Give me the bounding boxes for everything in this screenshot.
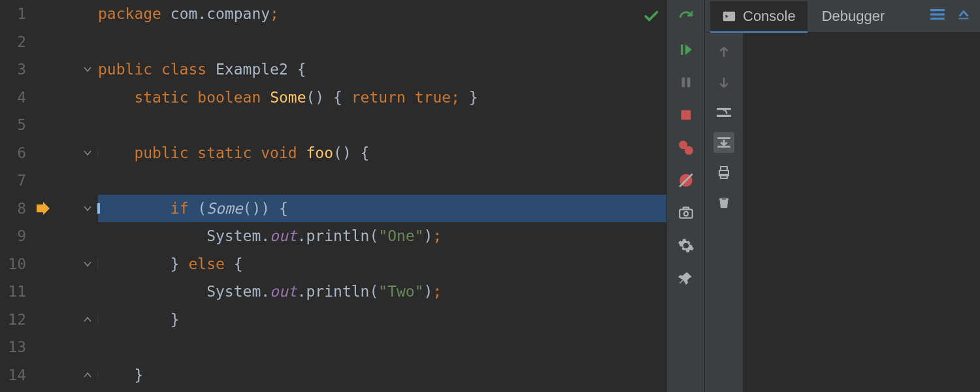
restart-frame-button[interactable] <box>713 102 734 123</box>
expand-button[interactable] <box>953 3 975 29</box>
line-number[interactable]: 11 <box>0 283 29 300</box>
fold-toggle-icon[interactable] <box>57 148 98 158</box>
code-text[interactable]: System.out.println("Two"); <box>98 278 666 306</box>
line-number[interactable]: 3 <box>0 61 29 78</box>
view-breakpoints-button[interactable] <box>676 137 696 158</box>
code-text[interactable] <box>98 167 666 195</box>
tab-debugger[interactable]: Debugger <box>810 1 897 31</box>
svg-rect-8 <box>679 210 693 218</box>
stop-button[interactable] <box>676 105 696 125</box>
code-text[interactable]: } <box>98 361 666 389</box>
fold-toggle-icon[interactable] <box>57 259 98 269</box>
code-text[interactable]: } else { <box>98 250 666 278</box>
line-number[interactable]: 1 <box>0 5 29 22</box>
console-output-area[interactable] <box>743 33 980 392</box>
line-number[interactable]: 8 <box>0 200 29 217</box>
svg-rect-0 <box>681 44 683 55</box>
pin-button[interactable] <box>676 268 696 289</box>
code-line-3[interactable]: 3public class Example2 { <box>0 56 666 84</box>
line-number[interactable]: 4 <box>0 89 29 106</box>
debug-side-toolbar <box>705 33 743 392</box>
code-line-1[interactable]: 1package com.company; <box>0 0 666 28</box>
line-number[interactable]: 13 <box>0 338 29 355</box>
code-text[interactable] <box>98 28 666 56</box>
debug-tabs: Console Debugger <box>705 0 980 33</box>
nav-to-source-button[interactable] <box>713 132 734 153</box>
code-line-4[interactable]: 4 static boolean Some() { return true; } <box>0 84 666 112</box>
fold-toggle-icon[interactable] <box>57 314 98 325</box>
line-number[interactable]: 5 <box>0 116 29 133</box>
debug-tool-window: Console Debugger <box>704 0 980 392</box>
svg-rect-1 <box>681 78 685 88</box>
code-text[interactable]: System.out.println("One"); <box>98 222 666 250</box>
line-number[interactable]: 6 <box>0 144 29 161</box>
svg-rect-3 <box>681 110 691 120</box>
console-icon <box>722 9 736 24</box>
code-text[interactable]: if (Some()) { <box>98 195 666 223</box>
fold-toggle-icon[interactable] <box>57 64 98 74</box>
tab-debugger-label: Debugger <box>822 8 885 25</box>
thread-dump-button[interactable] <box>676 203 696 223</box>
line-number[interactable]: 12 <box>0 311 29 328</box>
layout-settings-button[interactable] <box>925 3 950 29</box>
code-line-13[interactable]: 13 <box>0 333 666 361</box>
code-line-7[interactable]: 7 <box>0 167 666 195</box>
fold-toggle-icon[interactable] <box>57 203 98 214</box>
code-text[interactable]: } <box>98 306 666 334</box>
code-line-14[interactable]: 14 } <box>0 361 666 389</box>
code-line-9[interactable]: 9 System.out.println("One"); <box>0 222 666 250</box>
line-number[interactable]: 14 <box>0 367 29 384</box>
line-number[interactable]: 9 <box>0 227 29 244</box>
code-text[interactable] <box>98 333 666 361</box>
frames-up-button[interactable] <box>713 42 734 63</box>
code-text[interactable]: public static void foo() { <box>98 139 666 167</box>
code-line-6[interactable]: 6 public static void foo() { <box>0 139 666 167</box>
tab-console[interactable]: Console <box>710 1 808 33</box>
rerun-button[interactable] <box>676 7 696 27</box>
code-text[interactable]: package com.company; <box>98 0 666 28</box>
svg-rect-10 <box>683 207 689 209</box>
code-line-2[interactable]: 2 <box>0 28 666 56</box>
line-number[interactable]: 7 <box>0 172 29 189</box>
resume-button[interactable] <box>676 39 696 60</box>
trash-button[interactable] <box>713 192 734 213</box>
code-line-10[interactable]: 10 } else { <box>0 250 666 278</box>
print-button[interactable] <box>713 162 734 183</box>
frames-down-button[interactable] <box>713 72 734 93</box>
svg-rect-2 <box>687 78 690 88</box>
svg-point-9 <box>683 212 688 216</box>
code-text[interactable]: public class Example2 { <box>98 56 666 84</box>
execution-point-icon <box>29 202 57 215</box>
line-number[interactable]: 10 <box>0 255 29 272</box>
settings-button[interactable] <box>676 235 696 256</box>
line-number[interactable]: 2 <box>0 33 29 50</box>
code-text[interactable]: static boolean Some() { return true; } <box>98 84 666 112</box>
run-toolbar <box>666 0 704 392</box>
code-line-8[interactable]: 8 if (Some()) { <box>0 195 666 223</box>
code-line-11[interactable]: 11 System.out.println("Two"); <box>0 278 666 306</box>
code-line-12[interactable]: 12 } <box>0 306 666 334</box>
code-text[interactable] <box>98 111 666 139</box>
fold-toggle-icon[interactable] <box>57 370 98 380</box>
code-editor[interactable]: 1package com.company;23public class Exam… <box>0 0 666 392</box>
pause-button[interactable] <box>676 72 696 93</box>
svg-rect-19 <box>721 167 727 171</box>
tab-console-label: Console <box>743 8 796 25</box>
mute-breakpoints-button[interactable] <box>676 170 696 191</box>
code-line-5[interactable]: 5 <box>0 111 666 139</box>
svg-rect-11 <box>723 11 735 21</box>
svg-point-5 <box>684 146 693 155</box>
